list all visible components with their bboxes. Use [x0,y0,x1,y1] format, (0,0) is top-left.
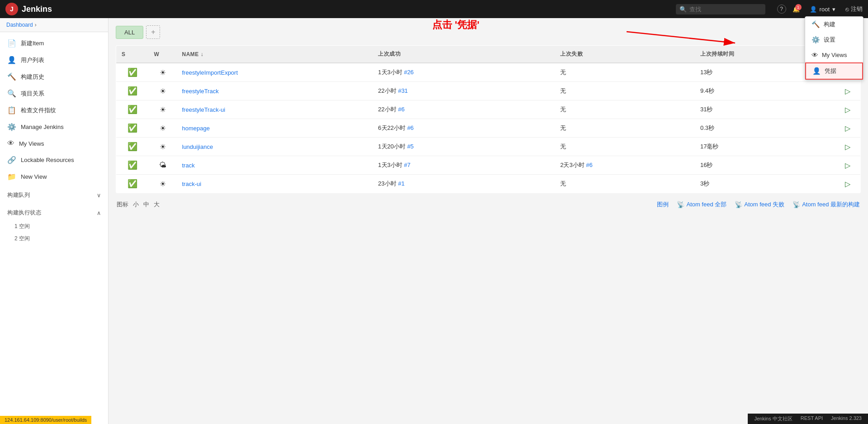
feed-links: 图例 📡 Atom feed 全部 📡 Atom feed 失败 📡 Atom … [657,200,860,209]
row-status: ✅ [116,156,149,175]
build-executor-collapse-icon[interactable]: ∧ [97,210,101,216]
dropdown-item-build[interactable]: 🔨 构建 [805,17,863,32]
footer-community-link[interactable]: Jenkins 中文社区 [754,415,792,422]
sidebar-item-manage-jenkins[interactable]: ⚙️ Manage Jenkins [0,119,108,135]
help-icon[interactable]: ? [777,5,786,14]
run-button[interactable]: ▷ [845,105,850,114]
last-success-build-link[interactable]: #5 [407,143,414,150]
notification-badge[interactable]: 🔔 1 [793,6,800,13]
search-input[interactable] [689,6,762,13]
jenkins-logo[interactable]: J Jenkins [5,3,52,15]
footer-rest-api-link[interactable]: REST API [801,415,823,422]
chevron-down-icon: ▾ [832,6,835,13]
sidebar-item-new-item[interactable]: 📄 新建Item [0,35,108,52]
feed-fail-label: Atom feed 失败 [744,200,784,209]
new-view-icon: 📁 [7,172,16,181]
col-header-name[interactable]: NAME ↓ [177,46,373,63]
row-last-fail: 2天3小时 #6 [555,156,695,175]
dropdown-item-my-views[interactable]: 👁 My Views [805,48,863,62]
footer-version-link[interactable]: Jenkins 2.323 [831,415,862,422]
row-status: ✅ [116,138,149,156]
credentials-icon: 👤 [812,67,821,75]
row-run: ▷ [835,175,861,193]
icon-size-large[interactable]: 大 [154,200,160,209]
manage-jenkins-icon: ⚙️ [7,123,16,131]
row-last-fail: 无 [555,100,695,119]
build-queue-collapse-icon[interactable]: ∨ [97,192,101,199]
dropdown-item-settings[interactable]: ⚙️ 设置 [805,32,863,48]
sidebar-project-relation-label: 项目关系 [21,90,44,98]
row-last-success: 22小时 #6 [373,100,555,119]
feed-all-link[interactable]: 📡 Atom feed 全部 [677,200,726,209]
sidebar-item-build-history[interactable]: 🔨 构建历史 [0,68,108,85]
last-success-build-link[interactable]: #1 [398,180,404,187]
dropdown-item-settings-label: 设置 [824,36,835,44]
sidebar-item-lockable-resources[interactable]: 🔗 Lockable Resources [0,152,108,168]
run-button[interactable]: ▷ [845,180,850,188]
row-last-fail: 无 [555,175,695,193]
last-success-build-link[interactable]: #31 [398,87,408,94]
logout-button[interactable]: ⎋ 注销 [845,5,863,13]
last-success-build-link[interactable]: #6 [407,124,414,131]
dropdown-item-credentials[interactable]: 👤 凭据 [805,62,863,80]
search-box[interactable]: 🔍 [676,4,765,14]
breadcrumb-dashboard[interactable]: Dashboard [6,22,33,28]
status-bar-url: 124.161.64.109:8090/user/root/builds [5,417,87,423]
sidebar-item-new-view[interactable]: 📁 New View [0,168,108,185]
row-weather: ☀ [149,175,177,193]
sidebar-item-my-views[interactable]: 👁 My Views [0,135,108,152]
add-view-button[interactable]: + [146,25,160,39]
job-name-link[interactable]: track [182,162,195,169]
job-name-link[interactable]: freestyleImportExport [182,69,238,76]
tab-all[interactable]: ALL [116,26,143,39]
run-button[interactable]: ▷ [845,161,850,170]
row-last-duration: 31秒 [695,100,835,119]
job-name-link[interactable]: lunduijiance [182,143,213,150]
sidebar-my-views-label: My Views [19,140,44,147]
run-button[interactable]: ▷ [845,143,850,151]
job-name-link[interactable]: freestyleTrack-ui [182,106,226,113]
legend-label: 图例 [657,200,669,209]
status-bar: 124.161.64.109:8090/user/root/builds [0,416,91,424]
job-name-link[interactable]: homepage [182,125,210,132]
col-header-w: W [149,46,177,63]
sidebar-check-file-label: 检查文件指纹 [21,106,56,114]
last-success-build-link[interactable]: #6 [398,106,404,113]
last-fail-build-link[interactable]: #6 [586,162,592,168]
breadcrumb: Dashboard › [0,18,108,32]
row-weather: ☀ [149,63,177,82]
run-button[interactable]: ▷ [845,124,850,133]
row-status: ✅ [116,175,149,193]
notification-count: 1 [795,4,802,10]
row-last-success: 1天3小时 #26 [373,63,555,82]
lockable-resources-icon: 🔗 [7,156,16,164]
icon-size-controls: 图标 小 中 大 [117,200,160,209]
last-success-build-link[interactable]: #7 [404,162,410,168]
user-menu[interactable]: 👤 root ▾ [806,4,839,14]
project-relation-icon: 🔍 [7,89,16,98]
search-icon: 🔍 [679,6,687,13]
table-row: ✅ ☀ homepage 6天22小时 #6 无 0.3秒 ▷ [116,119,861,138]
my-views-icon: 👁 [811,51,818,59]
row-last-duration: 9.4秒 [695,82,835,100]
job-name-link[interactable]: track-ui [182,181,202,187]
icon-size-small[interactable]: 小 [133,200,139,209]
row-name: track-ui [177,175,373,193]
views-bar: ALL + [116,25,861,39]
jobs-table-body: ✅ ☀ freestyleImportExport 1天3小时 #26 无 13… [116,63,861,193]
row-name: homepage [177,119,373,138]
jenkins-logo-icon: J [5,3,18,15]
row-name: freestyleTrack [177,82,373,100]
legend-link[interactable]: 图例 [657,200,669,209]
dropdown-item-my-views-label: My Views [822,52,847,58]
sidebar-item-check-file[interactable]: 📋 检查文件指纹 [0,102,108,119]
job-name-link[interactable]: freestyleTrack [182,88,219,95]
sidebar-item-user-list[interactable]: 👤 用户列表 [0,52,108,68]
feed-latest-link[interactable]: 📡 Atom feed 最新的构建 [793,200,860,209]
feed-fail-link[interactable]: 📡 Atom feed 失败 [735,200,784,209]
run-button[interactable]: ▷ [845,87,850,95]
sidebar-item-project-relation[interactable]: 🔍 项目关系 [0,85,108,102]
logout-label: 注销 [851,5,863,13]
icon-size-medium[interactable]: 中 [143,200,149,209]
last-success-build-link[interactable]: #26 [404,69,414,76]
